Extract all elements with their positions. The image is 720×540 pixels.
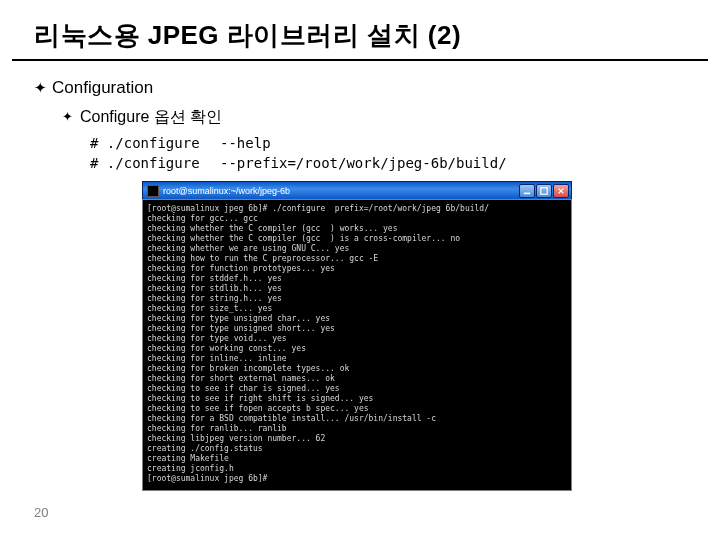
command-row: # ./configure --prefix=/root/work/jpeg-6… (90, 153, 720, 173)
minimize-button[interactable] (519, 184, 535, 198)
minimize-icon (523, 187, 531, 195)
bullet1-text: Configuration (52, 77, 153, 99)
command-block: # ./configure --help # ./configure --pre… (90, 133, 720, 173)
bullet-level2: ✦ Configure 옵션 확인 (62, 107, 720, 127)
terminal-icon (147, 185, 159, 197)
bullet2-text: Configure 옵션 확인 (80, 107, 222, 127)
bullet-marker: ✦ (62, 107, 80, 127)
terminal-title: root@sumalinux:~/work/jpeg-6b (163, 186, 290, 196)
maximize-button[interactable] (536, 184, 552, 198)
maximize-icon (540, 187, 548, 195)
close-icon (557, 187, 565, 195)
bullet-level1: ✦ Configuration (34, 77, 720, 99)
command-arg: --help (220, 133, 271, 153)
titlebar-left: root@sumalinux:~/work/jpeg-6b (147, 185, 290, 197)
command-text: # ./configure (90, 133, 220, 153)
window-buttons (519, 184, 569, 198)
command-text: # ./configure (90, 153, 220, 173)
terminal-titlebar: root@sumalinux:~/work/jpeg-6b (142, 181, 572, 199)
svg-rect-1 (541, 187, 547, 193)
terminal-window: root@sumalinux:~/work/jpeg-6b [root@suma… (142, 181, 572, 491)
close-button[interactable] (553, 184, 569, 198)
content-area: ✦ Configuration ✦ Configure 옵션 확인 # ./co… (0, 61, 720, 491)
terminal-body: [root@sumalinux jpeg 6b]# ./configure pr… (142, 199, 572, 491)
slide-title: 리눅스용 JPEG 라이브러리 설치 (2) (0, 0, 720, 59)
bullet-marker: ✦ (34, 77, 52, 99)
command-arg: --prefix=/root/work/jpeg-6b/build/ (220, 153, 507, 173)
svg-rect-0 (524, 192, 530, 194)
command-row: # ./configure --help (90, 133, 720, 153)
page-number: 20 (34, 505, 48, 520)
